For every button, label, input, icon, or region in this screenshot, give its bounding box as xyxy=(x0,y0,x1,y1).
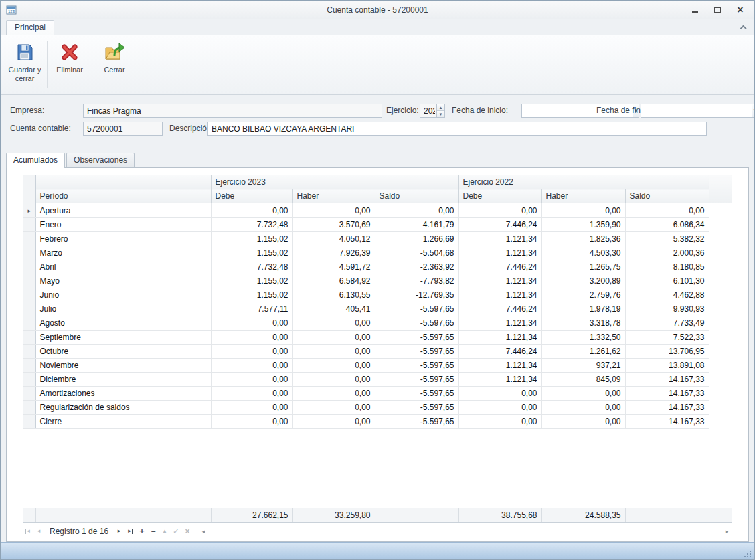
close-button[interactable]: × xyxy=(734,5,746,15)
tab-acumulados[interactable]: Acumulados xyxy=(6,153,65,168)
table-row[interactable]: Mayo1.155,026.584,92-7.793,821.121,343.2… xyxy=(23,274,732,288)
table-row[interactable]: Junio1.155,026.130,55-12.769,351.121,342… xyxy=(23,288,732,302)
fecha-fin-dropdown-button[interactable]: ▼ xyxy=(752,104,755,118)
value-cell[interactable]: 13.706,95 xyxy=(625,345,709,359)
value-cell[interactable]: 7.446,24 xyxy=(458,260,541,274)
period-cell[interactable]: Agosto xyxy=(35,316,211,331)
scrollbar-track[interactable] xyxy=(209,525,722,537)
value-cell[interactable]: -7.793,82 xyxy=(375,274,458,288)
value-cell[interactable]: 9.930,93 xyxy=(625,302,709,316)
table-row[interactable]: Octubre0,000,00-5.597,657.446,241.261,62… xyxy=(23,345,732,359)
value-cell[interactable]: 3.570,69 xyxy=(292,218,375,232)
column-header-1[interactable]: Debe xyxy=(211,189,292,203)
value-cell[interactable]: 7.926,39 xyxy=(292,246,375,260)
nav-post-button[interactable]: ✓ xyxy=(171,526,181,536)
value-cell[interactable]: 0,00 xyxy=(458,415,541,429)
value-cell[interactable]: 0,00 xyxy=(375,203,458,218)
nav-first-button[interactable]: ◂ xyxy=(23,526,32,536)
value-cell[interactable]: 0,00 xyxy=(211,345,292,359)
value-cell[interactable]: 2.000,36 xyxy=(625,246,709,260)
value-cell[interactable]: 937,21 xyxy=(541,359,625,373)
table-row[interactable]: Septiembre0,000,00-5.597,651.121,341.332… xyxy=(23,331,732,345)
value-cell[interactable]: 1.121,34 xyxy=(458,331,541,345)
value-cell[interactable]: 0,00 xyxy=(458,203,541,218)
value-cell[interactable]: -5.597,65 xyxy=(375,331,458,345)
value-cell[interactable]: 1.155,02 xyxy=(211,232,292,246)
table-row[interactable]: Agosto0,000,00-5.597,651.121,343.318,787… xyxy=(23,316,732,331)
value-cell[interactable]: 1.155,02 xyxy=(211,246,292,260)
value-cell[interactable]: -5.597,65 xyxy=(375,373,458,387)
period-cell[interactable]: Regularización de saldos xyxy=(35,401,211,415)
value-cell[interactable]: 0,00 xyxy=(292,415,375,429)
table-row[interactable]: Noviembre0,000,00-5.597,651.121,34937,21… xyxy=(23,359,732,373)
value-cell[interactable]: -2.363,92 xyxy=(375,260,458,274)
value-cell[interactable]: 1.121,34 xyxy=(458,274,541,288)
value-cell[interactable]: 1.825,36 xyxy=(541,232,625,246)
value-cell[interactable]: 0,00 xyxy=(211,373,292,387)
value-cell[interactable]: 7.446,24 xyxy=(458,218,541,232)
scroll-left-icon[interactable]: ◂ xyxy=(198,528,209,535)
value-cell[interactable]: 0,00 xyxy=(292,331,375,345)
value-cell[interactable]: 0,00 xyxy=(541,401,625,415)
value-cell[interactable]: 7.732,48 xyxy=(211,218,292,232)
value-cell[interactable]: 7.733,49 xyxy=(625,316,709,331)
save-and-close-button[interactable]: Guardar y cerrar xyxy=(5,38,44,90)
value-cell[interactable]: 405,41 xyxy=(292,302,375,316)
value-cell[interactable]: -5.597,65 xyxy=(375,387,458,401)
value-cell[interactable]: 1.121,34 xyxy=(458,359,541,373)
value-cell[interactable]: 1.121,34 xyxy=(458,316,541,331)
value-cell[interactable]: 0,00 xyxy=(292,345,375,359)
value-cell[interactable]: -5.597,65 xyxy=(375,415,458,429)
table-row[interactable]: Marzo1.155,027.926,39-5.504,681.121,344.… xyxy=(23,246,732,260)
value-cell[interactable]: 0,00 xyxy=(541,387,625,401)
value-cell[interactable]: 1.121,34 xyxy=(458,246,541,260)
value-cell[interactable]: 0,00 xyxy=(211,401,292,415)
value-cell[interactable]: 7.577,11 xyxy=(211,302,292,316)
table-row[interactable]: Cierre0,000,00-5.597,650,000,0014.167,33 xyxy=(23,415,732,429)
value-cell[interactable]: 1.261,62 xyxy=(541,345,625,359)
ribbon-tab-principal[interactable]: Principal xyxy=(6,20,54,35)
value-cell[interactable]: 14.167,33 xyxy=(625,415,709,429)
table-row[interactable]: Abril7.732,484.591,72-2.363,927.446,241.… xyxy=(23,260,732,274)
spin-up-icon[interactable]: ▲ xyxy=(437,104,444,110)
value-cell[interactable]: 7.522,33 xyxy=(625,331,709,345)
nav-edit-button[interactable]: ▴ xyxy=(160,526,169,536)
table-row[interactable]: ▸Apertura0,000,000,000,000,000,00 xyxy=(23,203,732,218)
value-cell[interactable]: 7.446,24 xyxy=(458,302,541,316)
value-cell[interactable]: 0,00 xyxy=(211,387,292,401)
value-cell[interactable]: 1.266,69 xyxy=(375,232,458,246)
value-cell[interactable]: 4.462,88 xyxy=(625,288,709,302)
nav-delete-button[interactable]: − xyxy=(149,526,158,536)
value-cell[interactable]: 1.121,34 xyxy=(458,288,541,302)
table-row[interactable]: Julio7.577,11405,41-5.597,657.446,241.97… xyxy=(23,302,732,316)
value-cell[interactable]: 0,00 xyxy=(211,316,292,331)
delete-button[interactable]: Eliminar xyxy=(50,38,89,90)
scroll-right-icon[interactable]: ▸ xyxy=(722,528,732,535)
value-cell[interactable]: 0,00 xyxy=(292,359,375,373)
value-cell[interactable]: 0,00 xyxy=(541,203,625,218)
value-cell[interactable]: 4.503,30 xyxy=(541,246,625,260)
minimize-button[interactable] xyxy=(689,5,701,15)
value-cell[interactable]: 1.155,02 xyxy=(211,288,292,302)
period-cell[interactable]: Octubre xyxy=(35,345,211,359)
table-row[interactable]: Amortizaciones0,000,00-5.597,650,000,001… xyxy=(23,387,732,401)
value-cell[interactable]: 6.086,34 xyxy=(625,218,709,232)
value-cell[interactable]: 0,00 xyxy=(292,203,375,218)
value-cell[interactable]: 1.978,19 xyxy=(541,302,625,316)
value-cell[interactable]: -5.597,65 xyxy=(375,316,458,331)
column-header-0[interactable]: Período xyxy=(35,189,211,203)
value-cell[interactable]: 1.155,02 xyxy=(211,274,292,288)
fecha-fin-field[interactable] xyxy=(641,104,752,118)
period-cell[interactable]: Cierre xyxy=(35,415,211,429)
value-cell[interactable]: -5.597,65 xyxy=(375,401,458,415)
tab-observaciones[interactable]: Observaciones xyxy=(66,153,135,167)
nav-cancel-button[interactable]: × xyxy=(183,526,192,536)
table-row[interactable]: Enero7.732,483.570,694.161,797.446,241.3… xyxy=(23,218,732,232)
value-cell[interactable]: 2.759,76 xyxy=(541,288,625,302)
value-cell[interactable]: 0,00 xyxy=(211,359,292,373)
period-cell[interactable]: Marzo xyxy=(35,246,211,260)
nav-next-button[interactable]: ▸ xyxy=(114,526,124,536)
value-cell[interactable]: 14.167,33 xyxy=(625,387,709,401)
value-cell[interactable]: 0,00 xyxy=(458,401,541,415)
value-cell[interactable]: 4.161,79 xyxy=(375,218,458,232)
